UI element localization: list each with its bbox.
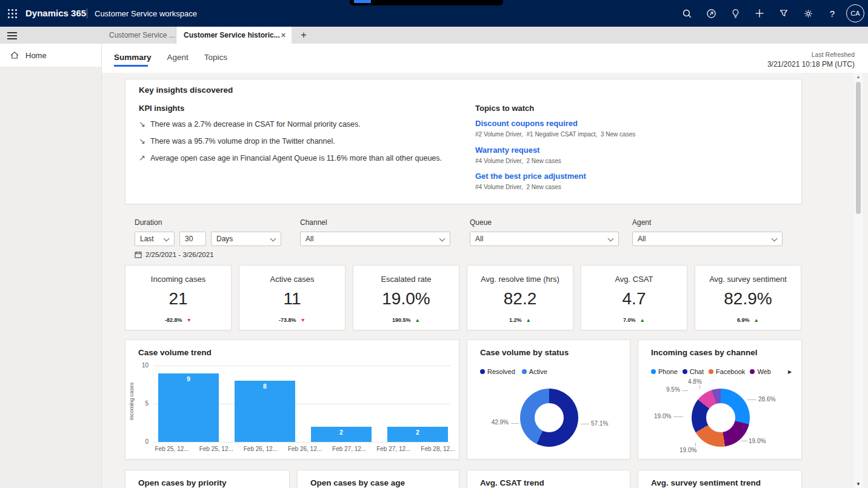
kpi-card-incoming-cases: Incoming cases 21 -82.8%▼	[125, 265, 232, 330]
topics-to-watch-heading: Topics to watch	[475, 104, 534, 113]
channel-donut-chart[interactable]	[692, 389, 750, 447]
hamburger-menu-icon[interactable]	[7, 32, 17, 41]
help-icon[interactable]: ?	[820, 0, 844, 27]
main-content: Summary Agent Topics Last Refreshed 3/21…	[102, 44, 868, 488]
calendar-icon	[135, 251, 142, 258]
duration-label: Duration	[135, 218, 162, 227]
donut-callout: 19.0%	[749, 438, 766, 444]
volume-bar[interactable]: 2	[387, 427, 448, 442]
donut-callout: 9.5%	[666, 386, 680, 393]
report-header: Summary Agent Topics Last Refreshed 3/21…	[102, 44, 868, 73]
volume-bar[interactable]: 9	[158, 373, 219, 442]
add-icon[interactable]	[747, 0, 772, 27]
x-tick: Feb 25, 12...	[150, 446, 194, 452]
duration-unit-select[interactable]: Days	[211, 232, 281, 246]
open-cases-by-case-age-card: Open cases by case age	[297, 470, 459, 488]
queue-select[interactable]: All	[470, 232, 619, 246]
scroll-up-icon[interactable]: ▲	[854, 75, 863, 79]
app-launcher-icon[interactable]	[7, 8, 18, 19]
agent-value: All	[638, 235, 646, 243]
donut-hole	[706, 403, 735, 432]
chart-title: Case volume trend	[138, 348, 212, 357]
legend-dot	[709, 369, 713, 374]
agent-select[interactable]: All	[632, 232, 783, 246]
avatar[interactable]: CA	[846, 4, 864, 22]
session-tab-home[interactable]: Customer Service ...	[102, 27, 176, 44]
legend-item[interactable]: Web	[750, 368, 770, 375]
legend-label: Phone	[658, 368, 678, 375]
duration-operator-value: Last	[140, 235, 154, 243]
x-tick: Feb 26, 12...	[282, 446, 327, 452]
kpi-card-active-cases: Active cases 11 -73.8%▼	[239, 265, 346, 330]
topic-link[interactable]: Warranty request	[475, 145, 539, 155]
session-tab-strip: Customer Service ... Customer Service hi…	[0, 27, 868, 44]
vertical-scrollbar[interactable]: ▲ ▼	[854, 73, 863, 488]
scrollbar-thumb[interactable]	[856, 82, 861, 214]
queue-value: All	[475, 235, 483, 243]
last-refreshed-value: 3/21/2021 10:18 PM (UTC)	[767, 60, 855, 69]
channel-select[interactable]: All	[300, 232, 450, 246]
search-icon[interactable]	[675, 0, 699, 27]
chevron-down-icon	[608, 236, 614, 242]
legend-label: Resolved	[487, 368, 515, 375]
duration-count-input[interactable]: 30	[179, 232, 206, 246]
tab-agent[interactable]: Agent	[167, 53, 189, 62]
legend-item[interactable]: Phone	[651, 368, 678, 375]
chart-title: Avg. survey sentiment trend	[651, 478, 761, 487]
legend-item[interactable]: Facebook	[709, 368, 745, 375]
trend-down-right-icon: ↘	[139, 136, 145, 145]
session-tab-active[interactable]: Customer Service historic... ✕	[176, 27, 292, 44]
agent-label: Agent	[632, 218, 651, 227]
trend-up-right-icon: ↗	[139, 153, 145, 162]
sidebar-item-home[interactable]: Home	[0, 44, 101, 67]
key-insights-card: Key insights discovered KPI insights ↘ T…	[125, 79, 802, 204]
workspace-title: Customer Service workspace	[95, 9, 197, 18]
donut-hole	[535, 403, 564, 432]
session-tab-label: Customer Service historic...	[184, 31, 281, 39]
bar-plot-area: 9 8 2 2	[153, 366, 450, 442]
new-tab-button[interactable]: +	[297, 28, 310, 42]
volume-bar[interactable]: 2	[311, 427, 372, 442]
callout-line	[581, 424, 589, 424]
topic-link[interactable]: Get the best price adjustment	[475, 172, 586, 181]
status-donut-chart[interactable]	[520, 389, 578, 447]
avg-csat-trend-card: Avg. CSAT trend	[467, 470, 630, 488]
legend-item[interactable]: Chat	[683, 368, 704, 375]
kpi-title: Avg. resolve time (hrs)	[467, 275, 573, 284]
callout-line	[673, 416, 683, 417]
browser-overlay	[350, 0, 503, 5]
topic-link[interactable]: Discount coupons required	[475, 119, 578, 128]
kpi-card-avg-csat: Avg. CSAT 4.7 7.0%▲	[581, 265, 687, 330]
duration-operator-select[interactable]: Last	[135, 232, 175, 246]
kpi-card-escalated-rate: Escalated rate 19.0% 190.5%▲	[353, 265, 459, 330]
filter-icon[interactable]	[772, 0, 796, 27]
legend-item[interactable]: Resolved	[480, 368, 515, 375]
chart-title: Case volume by status	[480, 348, 569, 357]
y-axis-title: Incoming cases	[129, 371, 135, 432]
donut-callout: 42.9%	[483, 419, 509, 426]
legend-label: Active	[529, 368, 547, 375]
donut-callout: 19.0%	[679, 447, 696, 453]
volume-bar[interactable]: 8	[235, 381, 295, 442]
header-actions: ? CA	[675, 0, 864, 27]
insight-text: There was a 2.7% decrease in CSAT for No…	[150, 120, 361, 129]
settings-gear-icon[interactable]	[796, 0, 820, 27]
kpi-change: 6.9%▲	[695, 317, 801, 323]
legend-overflow-icon[interactable]: ▶	[788, 369, 792, 375]
callout-line	[695, 443, 696, 446]
kpi-change-value: -73.8%	[279, 317, 296, 323]
tab-topics[interactable]: Topics	[204, 53, 227, 62]
legend-item[interactable]: Active	[522, 368, 547, 375]
callout-line	[747, 399, 756, 400]
lightbulb-icon[interactable]	[723, 0, 747, 27]
sidebar-item-label: Home	[25, 51, 47, 60]
bar-value-label: 2	[311, 429, 372, 436]
channel-value: All	[305, 235, 313, 243]
kpi-change: -82.8%▼	[125, 317, 231, 323]
tab-summary[interactable]: Summary	[114, 53, 152, 62]
chevron-down-icon	[772, 236, 778, 242]
insights-title: Key insights discovered	[139, 85, 233, 95]
guided-tour-icon[interactable]	[699, 0, 723, 27]
scroll-down-icon[interactable]: ▼	[854, 481, 863, 487]
close-tab-icon[interactable]: ✕	[281, 32, 286, 39]
